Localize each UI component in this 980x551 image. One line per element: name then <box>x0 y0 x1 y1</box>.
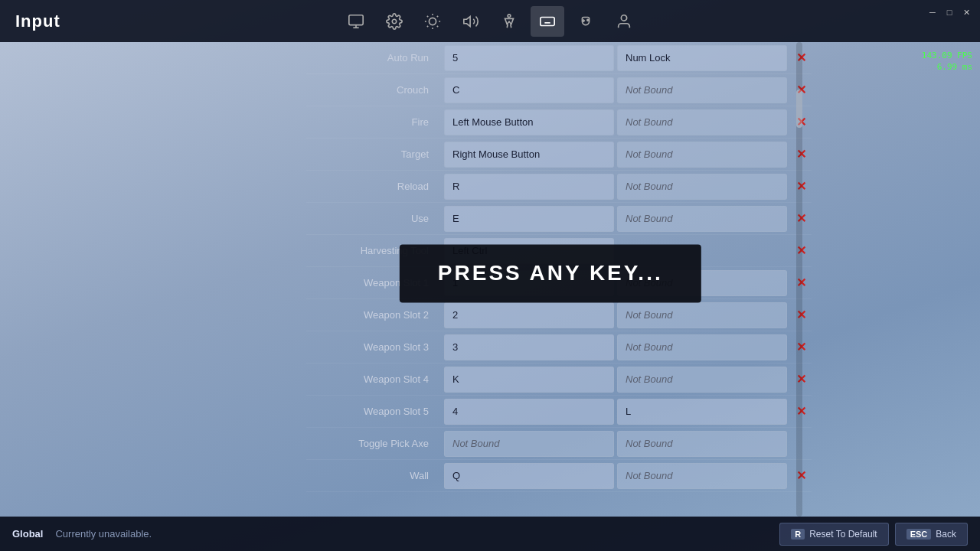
bottom-buttons: R Reset To Default ESC Back <box>779 523 968 546</box>
svg-point-3 <box>392 19 397 24</box>
binding-row-reload: Reload R Not Bound ✕ <box>306 171 812 203</box>
label-target: Target <box>306 148 444 160</box>
key1-weapon-slot-2[interactable]: 2 <box>444 302 614 328</box>
nav-icons <box>339 6 641 37</box>
binding-row-weapon-slot-3: Weapon Slot 3 3 Not Bound ✕ <box>306 331 812 364</box>
top-bar: Input <box>0 0 980 42</box>
reset-key: R <box>791 529 805 540</box>
key2-target[interactable]: Not Bound <box>617 142 787 168</box>
svg-line-12 <box>437 15 438 16</box>
label-weapon-slot-5: Weapon Slot 5 <box>306 406 444 417</box>
svg-rect-15 <box>541 17 554 25</box>
key2-fire[interactable]: Not Bound <box>617 109 787 135</box>
nav-accessibility-btn[interactable] <box>492 6 526 37</box>
label-fire: Fire <box>306 116 444 128</box>
label-weapon-slot-2: Weapon Slot 2 <box>306 309 444 321</box>
key1-crouch[interactable]: C <box>444 77 614 103</box>
global-label: Global <box>12 528 43 540</box>
svg-line-11 <box>427 25 428 26</box>
status-text: Currently unavailable. <box>55 528 152 540</box>
key2-reload[interactable]: Not Bound <box>617 174 787 200</box>
key1-target[interactable]: Right Mouse Button <box>444 142 614 168</box>
svg-point-4 <box>429 18 436 24</box>
key1-use[interactable]: E <box>444 206 614 232</box>
close-btn[interactable]: ✕ <box>960 6 972 18</box>
scrollbar-thumb[interactable] <box>796 90 802 128</box>
nav-gamepad-btn[interactable] <box>569 6 603 37</box>
binding-row-weapon-slot-4: Weapon Slot 4 K Not Bound ✕ <box>306 364 812 396</box>
svg-point-23 <box>587 19 589 21</box>
label-auto-run: Auto Run <box>306 52 444 64</box>
key2-crouch[interactable]: Not Bound <box>617 77 787 103</box>
label-use: Use <box>306 213 444 224</box>
label-reload: Reload <box>306 181 444 192</box>
nav-monitor-btn[interactable] <box>339 6 373 37</box>
label-wall: Wall <box>306 470 444 481</box>
key2-wall[interactable]: Not Bound <box>617 463 787 489</box>
key1-toggle-pick-axe[interactable]: Not Bound <box>444 431 614 457</box>
key1-weapon-slot-5[interactable]: 4 <box>444 399 614 425</box>
label-weapon-slot-4: Weapon Slot 4 <box>306 373 444 385</box>
svg-line-7 <box>427 15 428 16</box>
nav-audio-btn[interactable] <box>454 6 488 37</box>
key1-reload[interactable]: R <box>444 174 614 200</box>
reset-to-default-btn[interactable]: R Reset To Default <box>779 523 888 546</box>
reset-label: Reset To Default <box>809 529 877 540</box>
nav-gear-btn[interactable] <box>377 6 411 37</box>
key2-weapon-slot-3[interactable]: Not Bound <box>617 334 787 360</box>
binding-row-toggle-pick-axe: Toggle Pick Axe Not Bound Not Bound ✕ <box>306 428 812 460</box>
label-weapon-slot-3: Weapon Slot 3 <box>306 341 444 353</box>
label-crouch: Crouch <box>306 84 444 96</box>
binding-row-crouch: Crouch C Not Bound ✕ <box>306 74 812 106</box>
key1-weapon-slot-3[interactable]: 3 <box>444 334 614 360</box>
key1-auto-run[interactable]: 5 <box>444 45 614 71</box>
binding-row-auto-run: Auto Run 5 Num Lock ✕ <box>306 42 812 74</box>
key2-toggle-pick-axe[interactable]: Not Bound <box>617 431 787 457</box>
scrollbar-track[interactable] <box>796 42 802 517</box>
press-any-key-overlay: PRESS ANY KEY... <box>400 244 701 302</box>
page-title: Input <box>15 11 60 31</box>
key1-weapon-slot-4[interactable]: K <box>444 367 614 393</box>
binding-row-wall: Wall Q Not Bound ✕ <box>306 460 812 492</box>
main-content: Auto Run 5 Num Lock ✕ Crouch C Not Bound… <box>0 42 980 517</box>
nav-account-btn[interactable] <box>607 6 641 37</box>
key1-wall[interactable]: Q <box>444 463 614 489</box>
back-key: ESC <box>906 529 932 540</box>
svg-rect-0 <box>349 15 363 24</box>
binding-row-use: Use E Not Bound ✕ <box>306 203 812 235</box>
back-label: Back <box>936 529 956 540</box>
window-controls: ─ □ ✕ <box>926 6 972 18</box>
key1-fire[interactable]: Left Mouse Button <box>444 109 614 135</box>
svg-marker-13 <box>464 16 470 26</box>
key2-weapon-slot-2[interactable]: Not Bound <box>617 302 787 328</box>
minimize-btn[interactable]: ─ <box>926 6 939 18</box>
binding-row-fire: Fire Left Mouse Button Not Bound ✕ <box>306 106 812 139</box>
svg-point-14 <box>508 14 511 17</box>
nav-brightness-btn[interactable] <box>416 6 449 37</box>
svg-point-24 <box>621 15 626 20</box>
label-toggle-pick-axe: Toggle Pick Axe <box>306 438 444 449</box>
key2-weapon-slot-4[interactable]: Not Bound <box>617 367 787 393</box>
binding-row-weapon-slot-5: Weapon Slot 5 4 L ✕ <box>306 396 812 428</box>
key2-use[interactable]: Not Bound <box>617 206 787 232</box>
key2-weapon-slot-5[interactable]: L <box>617 399 787 425</box>
nav-input-btn[interactable] <box>531 6 564 37</box>
back-btn[interactable]: ESC Back <box>895 523 968 546</box>
binding-row-target: Target Right Mouse Button Not Bound ✕ <box>306 139 812 171</box>
key2-auto-run[interactable]: Num Lock <box>617 45 787 71</box>
svg-line-8 <box>437 25 438 26</box>
press-any-key-text: PRESS ANY KEY... <box>438 261 663 285</box>
binding-row-weapon-slot-2: Weapon Slot 2 2 Not Bound ✕ <box>306 299 812 331</box>
bottom-bar: Global Currently unavailable. R Reset To… <box>0 517 980 551</box>
maximize-btn[interactable]: □ <box>943 6 956 18</box>
